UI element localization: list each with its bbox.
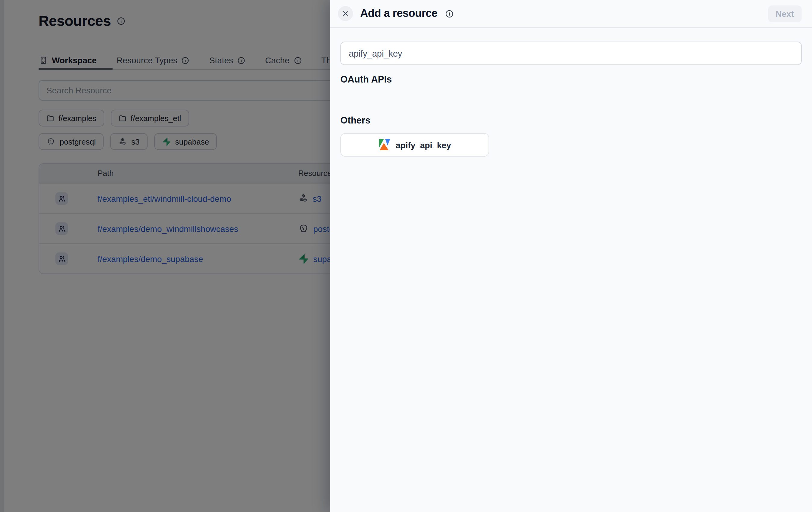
- apify-logo-icon: [378, 139, 391, 151]
- next-button[interactable]: Next: [768, 5, 802, 22]
- app-window: Resources Workspace Resource Types State…: [0, 0, 812, 512]
- close-button[interactable]: [338, 6, 353, 21]
- oauth-apis-grid: [340, 92, 802, 107]
- section-heading-oauth: OAuth APIs: [340, 74, 802, 85]
- drawer-body: OAuth APIs Others apify_api_key: [330, 28, 812, 157]
- drawer-header: Add a resource Next: [330, 0, 812, 28]
- drawer-title: Add a resource: [360, 7, 438, 20]
- others-grid: apify_api_key: [340, 133, 802, 157]
- card-label: apify_api_key: [396, 140, 451, 150]
- resource-type-filter-input[interactable]: [340, 41, 802, 65]
- close-icon: [342, 10, 349, 17]
- resource-card-apify[interactable]: apify_api_key: [340, 133, 489, 157]
- section-heading-others: Others: [340, 115, 802, 126]
- add-resource-drawer: Add a resource Next OAuth APIs Others ap…: [330, 0, 812, 512]
- info-icon[interactable]: [445, 9, 454, 18]
